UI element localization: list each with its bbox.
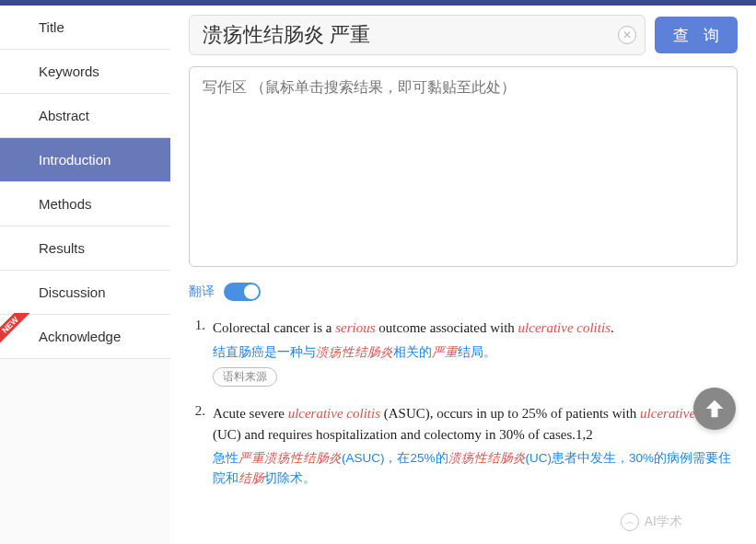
result-number: 1. <box>189 318 213 387</box>
watermark-text: AI学术 <box>645 514 682 530</box>
results-list: 1.Colorectal cancer is a serious outcome… <box>189 318 738 488</box>
sidebar-item-acknowledge[interactable]: NEWAcknowledge <box>0 315 170 359</box>
corpus-source-button[interactable]: 语料来源 <box>213 367 277 387</box>
clear-search-icon[interactable]: ✕ <box>618 26 636 44</box>
highlight-term: 严重溃疡性结肠炎 <box>238 451 342 465</box>
new-badge-icon: NEW <box>0 313 33 348</box>
sidebar-item-keywords[interactable]: Keywords <box>0 50 170 94</box>
highlight-term: serious <box>335 320 375 335</box>
sidebar-item-methods[interactable]: Methods <box>0 182 170 226</box>
sidebar-item-label: Title <box>39 19 64 35</box>
sidebar: TitleKeywordsAbstractIntroductionMethods… <box>0 6 170 544</box>
result-item[interactable]: 1.Colorectal cancer is a serious outcome… <box>189 318 738 387</box>
highlight-term: 溃疡性结肠炎 <box>448 451 526 465</box>
sidebar-item-label: Discussion <box>39 284 106 300</box>
scroll-top-button[interactable] <box>693 388 736 430</box>
highlight-term: 溃疡性结肠炎 <box>316 345 393 359</box>
translate-toggle[interactable] <box>224 283 261 301</box>
highlight-term: ulcerative colitis <box>518 320 611 335</box>
query-button[interactable]: 查 询 <box>655 17 738 53</box>
result-number: 2. <box>189 403 213 488</box>
sidebar-item-title[interactable]: Title <box>0 6 170 50</box>
result-english: Colorectal cancer is a serious outcome a… <box>213 318 738 339</box>
writing-area[interactable] <box>189 66 738 267</box>
sidebar-item-introduction[interactable]: Introduction <box>0 138 170 182</box>
highlight-term: 结肠 <box>238 471 264 485</box>
highlight-term: ulcerative colitis <box>288 406 380 421</box>
sidebar-item-label: Methods <box>39 196 92 212</box>
main-content: ✕ 查 询 翻译 1.Colorectal cancer is a seriou… <box>170 6 756 544</box>
result-item[interactable]: 2.Acute severe ulcerative colitis (ASUC)… <box>189 403 738 488</box>
sidebar-item-results[interactable]: Results <box>0 226 170 271</box>
result-body: Acute severe ulcerative colitis (ASUC), … <box>213 403 738 488</box>
result-chinese: 急性严重溃疡性结肠炎(ASUC)，在25%的溃疡性结肠炎(UC)患者中发生，30… <box>213 448 738 488</box>
sidebar-item-abstract[interactable]: Abstract <box>0 94 170 138</box>
arrow-up-icon <box>702 396 727 422</box>
result-body: Colorectal cancer is a serious outcome a… <box>213 318 738 387</box>
sidebar-item-label: Acknowledge <box>39 329 121 344</box>
result-english: Acute severe ulcerative colitis (ASUC), … <box>213 403 738 445</box>
translate-label: 翻译 <box>189 284 215 300</box>
search-input[interactable] <box>189 15 646 55</box>
sidebar-item-label: Abstract <box>39 108 89 123</box>
watermark: ෴ AI学术 <box>621 513 682 531</box>
sidebar-item-label: Keywords <box>39 64 99 79</box>
result-chinese: 结直肠癌是一种与溃疡性结肠炎相关的严重结局。 <box>213 342 738 363</box>
wechat-icon: ෴ <box>621 513 639 531</box>
sidebar-item-label: Results <box>39 240 85 256</box>
sidebar-item-discussion[interactable]: Discussion <box>0 271 170 315</box>
highlight-term: 严重 <box>432 345 458 359</box>
sidebar-item-label: Introduction <box>39 152 110 168</box>
